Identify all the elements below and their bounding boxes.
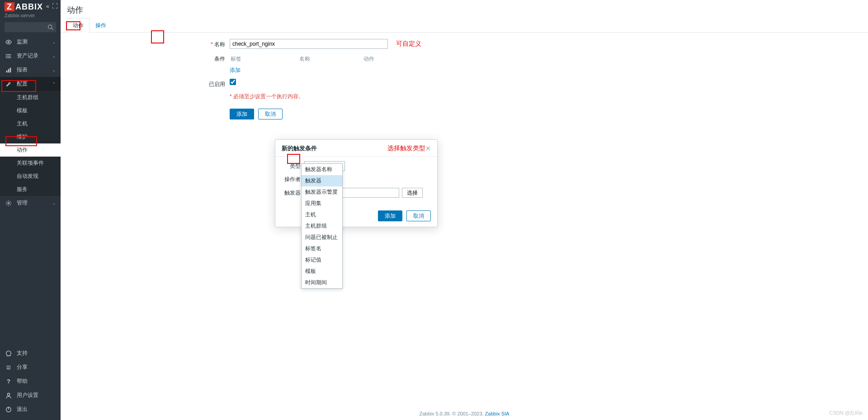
search-icon[interactable]	[47, 24, 53, 30]
eye-icon	[5, 38, 12, 46]
conditions-table: 标签 名称 动作	[230, 53, 388, 65]
row-name: *名称 可自定义	[67, 39, 862, 49]
svg-rect-10	[8, 69, 9, 72]
svg-point-8	[6, 57, 6, 58]
sidebar-item-hostgroups[interactable]: 主机群组	[0, 91, 61, 104]
nav-reports[interactable]: 报表 ⌄	[0, 63, 61, 77]
col-tag: 标签	[231, 54, 298, 64]
main: 动作 动作 操作 *名称 可自定义 条件 标签 名称 动作	[61, 0, 868, 130]
name-input[interactable]	[230, 39, 388, 49]
nav-label: 报表	[17, 66, 52, 74]
col-action: 动作	[363, 54, 387, 64]
svg-point-2	[8, 41, 9, 43]
annotation-name: 可自定义	[396, 40, 421, 48]
add-condition-link[interactable]: 添加	[230, 67, 241, 74]
name-label: *名称	[67, 39, 230, 48]
name-label-text: 名称	[214, 41, 225, 48]
list-icon	[5, 52, 12, 60]
nav-monitoring[interactable]: 监测 ⌄	[0, 35, 61, 49]
row-conditions: 条件 标签 名称 动作 添加	[67, 53, 862, 74]
conditions-label: 条件	[67, 53, 230, 63]
tab-action[interactable]: 动作	[67, 18, 90, 33]
svg-rect-9	[6, 70, 8, 72]
cancel-button[interactable]: 取消	[258, 109, 283, 119]
server-name: Zabbix-server	[5, 13, 56, 18]
nav-inventory[interactable]: 资产记录 ⌄	[0, 49, 61, 63]
chart-icon	[5, 67, 12, 74]
row-buttons: 添加 取消	[67, 105, 862, 119]
sidebar: ZABBIX « ⛶ Zabbix-server 监测 ⌄ 资产记录 ⌄ 报表 …	[0, 0, 61, 130]
col-name: 名称	[299, 54, 363, 64]
tab-operations[interactable]: 操作	[90, 18, 112, 32]
hint-text: 必须至少设置一个执行内容。	[233, 93, 304, 100]
svg-point-7	[6, 56, 6, 56]
sidebar-header: ZABBIX « ⛶ Zabbix-server	[0, 0, 61, 19]
sidebar-top-icons: « ⛶	[46, 3, 58, 10]
config-subitems: 主机群组 模板 主机 维护 动作 关联项事件 自动发现 服务	[0, 91, 61, 130]
logo-rest: ABBIX	[14, 2, 43, 11]
logo-z: Z	[5, 2, 14, 11]
fullscreen-icon[interactable]: ⛶	[52, 3, 58, 10]
form: *名称 可自定义 条件 标签 名称 动作 添加 已启用	[61, 33, 868, 130]
chevron-down-icon: ⌄	[52, 67, 56, 72]
nav-config[interactable]: 配置 ⌃	[0, 77, 61, 91]
nav: 监测 ⌄ 资产记录 ⌄ 报表 ⌄ 配置 ⌃ 主机群组 模板 主机 维护 动作 关…	[0, 35, 61, 130]
svg-point-6	[6, 54, 6, 55]
page-header: 动作	[61, 0, 868, 18]
nav-label: 配置	[17, 80, 52, 88]
chevron-down-icon: ⌄	[52, 39, 56, 44]
row-enabled: 已启用	[67, 79, 862, 88]
row-hint: * 必须至少设置一个执行内容。	[67, 93, 862, 100]
add-button[interactable]: 添加	[230, 109, 254, 119]
svg-line-1	[52, 28, 53, 29]
page-title: 动作	[67, 5, 862, 15]
chevron-up-icon: ⌃	[52, 81, 56, 86]
nav-label: 监测	[17, 38, 52, 46]
svg-point-0	[48, 25, 52, 29]
svg-rect-11	[10, 67, 11, 72]
search-container	[0, 19, 61, 35]
enabled-checkbox[interactable]	[230, 79, 236, 85]
nav-label: 资产记录	[17, 52, 52, 60]
sidebar-item-hosts[interactable]: 主机	[0, 117, 61, 130]
sidebar-item-templates[interactable]: 模板	[0, 104, 61, 117]
collapse-icon[interactable]: «	[46, 3, 49, 10]
enabled-label: 已启用	[67, 79, 230, 88]
chevron-down-icon: ⌄	[52, 53, 56, 58]
wrench-icon	[5, 81, 12, 88]
tabs: 动作 操作	[61, 18, 868, 33]
